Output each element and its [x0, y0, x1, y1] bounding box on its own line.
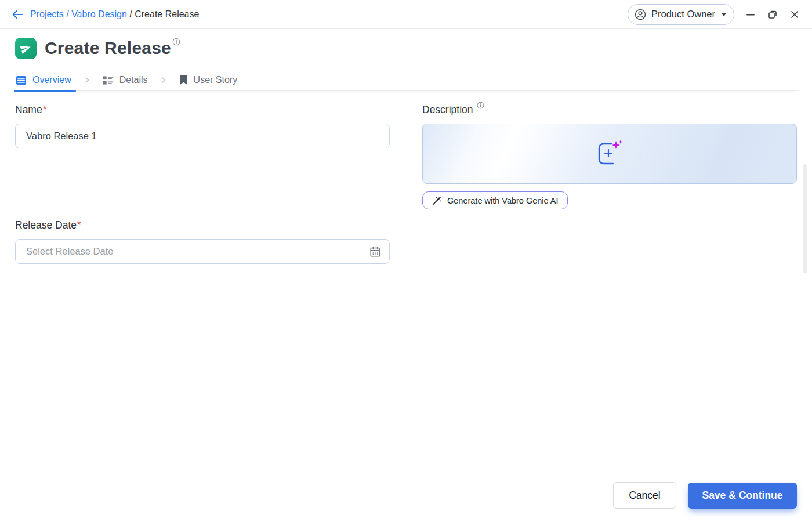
release-date-field [15, 231, 390, 264]
generate-with-genie-button[interactable]: Generate with Vabro Genie AI [422, 191, 568, 209]
tab-overview[interactable]: Overview [14, 70, 72, 90]
tab-details[interactable]: Details [102, 70, 149, 90]
chevron-down-icon [721, 13, 727, 16]
topbar-right: Product Owner [628, 4, 803, 25]
generate-with-genie-label: Generate with Vabro Genie AI [447, 196, 559, 205]
name-label: Name* [15, 103, 390, 116]
page-title: Create Release [45, 35, 171, 61]
minimize-icon [745, 9, 756, 20]
save-and-continue-button[interactable]: Save & Continue [688, 483, 797, 509]
bookmark-icon [179, 75, 188, 85]
page-header: Create Release [15, 35, 180, 61]
required-asterisk: * [77, 219, 81, 231]
description-textarea[interactable] [422, 124, 797, 184]
tab-label: Overview [32, 75, 71, 85]
cancel-button[interactable]: Cancel [613, 482, 676, 509]
release-date-input[interactable] [15, 239, 390, 264]
breadcrumb: Projects / Vabro Design / Create Release [30, 9, 199, 20]
minimize-button[interactable] [742, 6, 759, 23]
close-icon [789, 9, 800, 20]
close-button[interactable] [786, 6, 803, 23]
description-label: Description [422, 103, 797, 116]
ai-insert-sparkle-icon [595, 140, 624, 168]
role-selector-label: Product Owner [651, 9, 715, 20]
paper-plane-icon [15, 38, 37, 59]
tab-label: Details [119, 75, 148, 85]
top-bar: Projects / Vabro Design / Create Release… [0, 0, 812, 29]
restore-icon [767, 9, 778, 20]
vertical-scrollbar-thumb[interactable] [803, 164, 807, 273]
chevron-right-icon [83, 76, 91, 84]
user-circle-icon [634, 8, 647, 21]
info-circle-icon[interactable] [172, 38, 180, 46]
back-button[interactable] [9, 6, 26, 23]
role-selector[interactable]: Product Owner [628, 4, 734, 25]
footer-actions: Cancel Save & Continue [613, 482, 797, 509]
release-date-label: Release Date* [15, 219, 390, 231]
breadcrumb-link[interactable]: Projects / Vabro Design [30, 9, 127, 20]
chevron-right-icon [160, 76, 168, 84]
form-right-column: Description [422, 103, 797, 209]
list-details-icon [103, 75, 114, 85]
window-controls [742, 6, 803, 23]
arrow-left-icon [11, 8, 24, 21]
magic-wand-icon [432, 195, 442, 206]
active-tab-underline [14, 90, 76, 92]
tab-bar: Overview Details User Story [14, 70, 798, 91]
list-table-icon [16, 75, 27, 85]
name-input[interactable] [15, 124, 390, 148]
maximize-button[interactable] [764, 6, 781, 23]
tab-label: User Story [194, 75, 238, 85]
create-release-page: Projects / Vabro Design / Create Release… [0, 0, 812, 522]
required-asterisk: * [43, 103, 47, 116]
tab-user-story[interactable]: User Story [178, 70, 239, 90]
form-left-column: Name* Release Date* [15, 103, 390, 264]
info-circle-icon[interactable] [477, 102, 484, 109]
breadcrumb-current: / Create Release [127, 9, 200, 20]
